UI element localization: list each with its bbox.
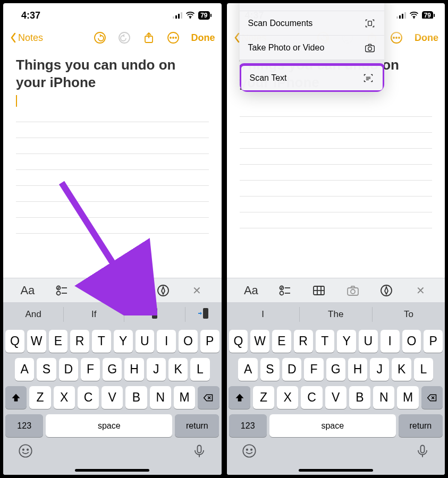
checklist-button[interactable] — [51, 283, 72, 298]
done-button[interactable]: Done — [415, 32, 438, 44]
key[interactable]: R — [70, 330, 89, 353]
svg-point-64 — [250, 449, 251, 450]
share-button[interactable] — [142, 31, 155, 44]
key[interactable]: I — [157, 330, 176, 353]
key[interactable]: U — [136, 330, 155, 353]
key[interactable]: O — [402, 330, 421, 353]
key[interactable]: K — [392, 358, 411, 381]
key[interactable]: J — [147, 358, 166, 381]
shift-key[interactable] — [229, 386, 250, 409]
suggestion[interactable]: The — [300, 307, 373, 322]
menu-choose-photo[interactable]: Choose Photo or Video — [240, 3, 384, 11]
more-button[interactable] — [167, 31, 180, 44]
shift-key[interactable] — [5, 386, 27, 409]
key[interactable]: E — [49, 330, 68, 353]
menu-take-photo[interactable]: Take Photo or Video — [240, 36, 384, 60]
key[interactable]: G — [326, 358, 345, 381]
key[interactable]: A — [15, 358, 34, 381]
key[interactable]: U — [359, 330, 378, 353]
key[interactable]: B — [125, 386, 147, 409]
suggestion-memoji[interactable] — [185, 307, 222, 322]
dictation-button[interactable] — [192, 443, 207, 460]
dictation-button[interactable] — [415, 443, 430, 460]
key[interactable]: P — [424, 330, 443, 353]
close-toolbar-button[interactable]: ✕ — [410, 283, 431, 298]
return-key[interactable]: return — [175, 414, 219, 437]
markup-button[interactable] — [376, 283, 397, 298]
key[interactable]: Q — [5, 330, 24, 353]
key[interactable]: X — [54, 386, 75, 409]
done-button[interactable]: Done — [191, 32, 215, 44]
markup-button[interactable] — [153, 283, 174, 298]
keyboard-area: Aa ✕ And If — [3, 278, 222, 475]
key[interactable]: D — [282, 358, 301, 381]
suggestion[interactable]: To — [373, 307, 445, 322]
note-editor[interactable]: Things you can undo on your iPhone Choos… — [227, 50, 445, 278]
key[interactable]: M — [397, 386, 418, 409]
key[interactable]: L — [414, 358, 433, 381]
key[interactable]: S — [37, 358, 56, 381]
key[interactable]: D — [59, 358, 78, 381]
key[interactable]: W — [250, 330, 269, 353]
key[interactable]: N — [373, 386, 394, 409]
space-key[interactable]: space — [269, 414, 396, 437]
more-button[interactable] — [390, 31, 403, 44]
key[interactable]: B — [349, 386, 370, 409]
back-button[interactable]: Notes — [10, 32, 43, 44]
checklist-button[interactable] — [274, 283, 295, 298]
key[interactable]: C — [78, 386, 99, 409]
suggestion[interactable]: And — [3, 307, 64, 322]
text-format-button[interactable]: Aa — [17, 283, 38, 298]
backspace-key[interactable] — [198, 386, 219, 409]
return-key[interactable]: return — [399, 414, 443, 437]
menu-scan-documents[interactable]: Scan Documents — [240, 11, 384, 36]
table-button[interactable] — [84, 283, 106, 298]
key[interactable]: Z — [253, 386, 274, 409]
key[interactable]: Z — [29, 386, 50, 409]
key[interactable]: I — [381, 330, 400, 353]
numeric-key[interactable]: 123 — [229, 414, 267, 437]
key[interactable]: Y — [114, 330, 133, 353]
suggestion[interactable]: I — [227, 307, 300, 322]
key[interactable]: N — [150, 386, 171, 409]
emoji-button[interactable] — [18, 443, 33, 460]
key[interactable]: W — [27, 330, 46, 353]
key[interactable]: H — [124, 358, 143, 381]
key[interactable]: P — [200, 330, 219, 353]
suggestion[interactable]: If — [64, 307, 124, 322]
key[interactable]: O — [179, 330, 198, 353]
menu-scan-text[interactable]: Scan Text — [241, 66, 383, 90]
key[interactable]: T — [316, 330, 335, 353]
key[interactable]: G — [103, 358, 122, 381]
key[interactable]: S — [260, 358, 280, 381]
key[interactable]: L — [190, 358, 209, 381]
key[interactable]: F — [304, 358, 323, 381]
camera-button[interactable] — [119, 283, 140, 298]
numeric-key[interactable]: 123 — [5, 414, 43, 437]
key[interactable]: V — [325, 386, 346, 409]
backspace-key[interactable] — [421, 386, 443, 409]
key[interactable]: J — [370, 358, 389, 381]
suggestion-memoji[interactable] — [124, 307, 185, 322]
key[interactable]: H — [348, 358, 367, 381]
key[interactable]: R — [294, 330, 313, 353]
key[interactable]: C — [301, 386, 322, 409]
camera-button[interactable] — [342, 283, 364, 298]
key[interactable]: F — [81, 358, 100, 381]
key[interactable]: M — [174, 386, 195, 409]
note-editor[interactable]: Things you can undo on your iPhone — [3, 50, 222, 278]
key[interactable]: X — [277, 386, 298, 409]
key[interactable]: T — [92, 330, 111, 353]
space-key[interactable]: space — [46, 414, 172, 437]
close-toolbar-button[interactable]: ✕ — [187, 283, 208, 298]
key[interactable]: Q — [229, 330, 248, 353]
key[interactable]: E — [272, 330, 291, 353]
table-button[interactable] — [308, 283, 329, 298]
key[interactable]: Y — [337, 330, 356, 353]
text-format-button[interactable]: Aa — [240, 283, 261, 298]
key[interactable]: K — [168, 358, 188, 381]
undo-button[interactable] — [94, 31, 106, 44]
emoji-button[interactable] — [242, 443, 257, 460]
key[interactable]: A — [238, 358, 257, 381]
key[interactable]: V — [102, 386, 123, 409]
